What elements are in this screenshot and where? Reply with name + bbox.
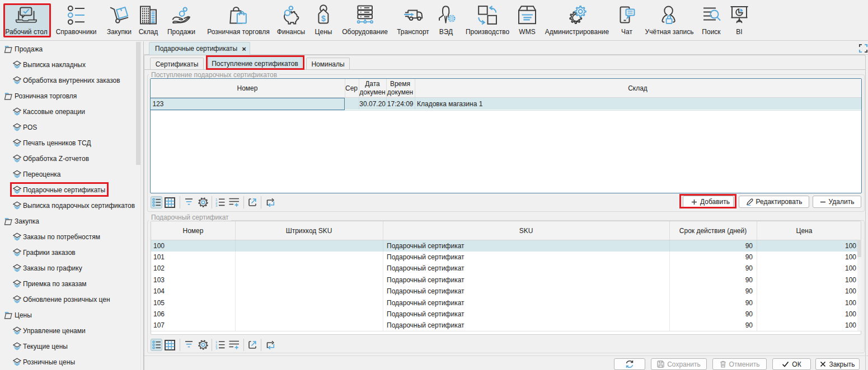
svg-text:3: 3 <box>215 204 218 207</box>
svg-text:3: 3 <box>215 347 218 349</box>
svg-text:$: $ <box>321 14 326 23</box>
